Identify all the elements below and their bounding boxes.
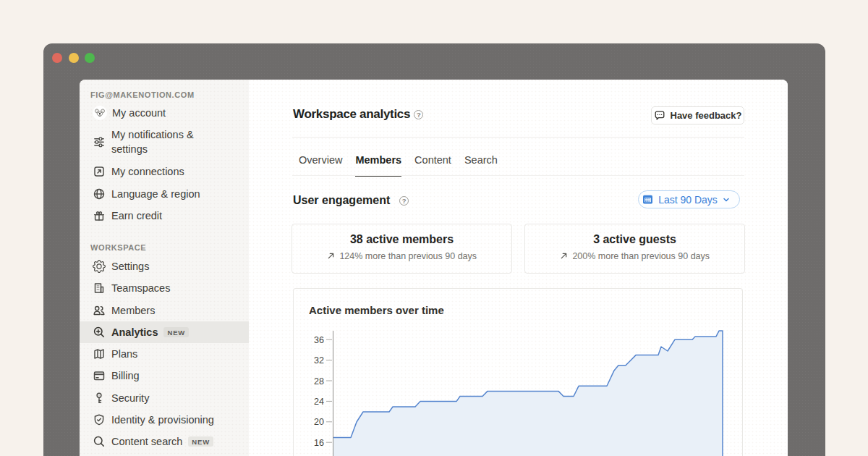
svg-text:32: 32 <box>314 355 324 366</box>
svg-text:36: 36 <box>314 335 324 345</box>
svg-text:20: 20 <box>314 417 324 427</box>
svg-text:16: 16 <box>314 438 324 448</box>
svg-text:24: 24 <box>314 397 324 407</box>
svg-text:28: 28 <box>314 376 324 387</box>
